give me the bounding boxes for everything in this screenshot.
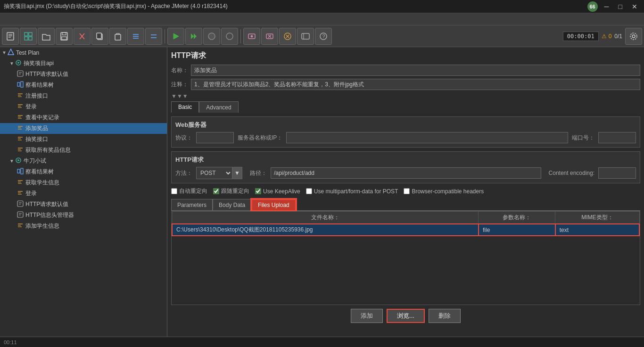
sidebar-item-http-header[interactable]: HTTP信息头管理器 bbox=[0, 210, 167, 221]
svg-rect-69 bbox=[21, 168, 23, 174]
tab-basic[interactable]: Basic bbox=[171, 101, 199, 113]
tab-advanced[interactable]: Advanced bbox=[199, 101, 238, 113]
sidebar-item-lottery-record[interactable]: 查看中奖记录 bbox=[0, 112, 167, 123]
port-input[interactable] bbox=[598, 132, 636, 143]
svg-marker-21 bbox=[173, 33, 179, 39]
sidebar-item-result-tree-1[interactable]: 察看结果树 bbox=[0, 80, 167, 91]
path-input[interactable] bbox=[271, 167, 541, 179]
tree-toggle: ▼ bbox=[2, 50, 7, 55]
follow-redirect-checkbox[interactable] bbox=[213, 188, 219, 194]
svg-rect-4 bbox=[25, 33, 28, 36]
note-input[interactable] bbox=[191, 79, 640, 90]
browser-headers-checkbox[interactable] bbox=[404, 188, 410, 194]
cell-paramname: file bbox=[479, 224, 555, 236]
maximize-button[interactable]: □ bbox=[616, 2, 625, 11]
templates-button[interactable] bbox=[20, 28, 37, 45]
cut-button[interactable] bbox=[74, 28, 91, 45]
auto-redirect-checkbox[interactable] bbox=[171, 188, 177, 194]
remote-stop-button[interactable] bbox=[261, 28, 278, 45]
svg-rect-10 bbox=[62, 37, 66, 40]
sidebar-item-test-plan[interactable]: ▼Test Plan bbox=[0, 47, 167, 58]
checkbox-auto-redirect[interactable]: 自动重定向 bbox=[171, 187, 207, 195]
tree-label: 添加学生信息 bbox=[25, 222, 59, 230]
tree-icon bbox=[17, 222, 24, 230]
tree-icon bbox=[17, 200, 24, 208]
new-button[interactable] bbox=[2, 28, 19, 45]
sidebar-item-add-student[interactable]: 添加学生信息 bbox=[0, 221, 167, 231]
checkbox-follow-redirect[interactable]: 跟随重定向 bbox=[213, 187, 249, 195]
tree-icon bbox=[17, 146, 24, 154]
sidebar-item-get-students[interactable]: 获取学生信息 bbox=[0, 177, 167, 188]
status-bar: 00:11 bbox=[0, 337, 644, 347]
web-server-section: Web服务器 协议： 服务器名称或IP： 端口号： bbox=[171, 116, 640, 148]
sidebar-item-get-prizes[interactable]: 获取所有奖品信息 bbox=[0, 145, 167, 156]
keepalive-checkbox[interactable] bbox=[255, 188, 261, 194]
svg-rect-47 bbox=[21, 82, 23, 87]
browse-button[interactable]: 浏览... bbox=[387, 309, 425, 323]
open-button[interactable] bbox=[38, 28, 55, 45]
copy-button[interactable] bbox=[91, 28, 108, 45]
tree-icon bbox=[15, 157, 22, 165]
method-arrow[interactable]: ▼ bbox=[232, 167, 242, 179]
function-helper-button[interactable] bbox=[297, 28, 314, 45]
close-button[interactable]: ✕ bbox=[629, 2, 640, 11]
checkbox-keepalive[interactable]: Use KeepAlive bbox=[255, 188, 300, 195]
tree-label: 添加奖品 bbox=[25, 124, 48, 132]
browser-headers-label: Browser-compatible headers bbox=[412, 188, 484, 195]
server-row: 协议： 服务器名称或IP： 端口号： bbox=[175, 132, 636, 143]
multipart-checkbox[interactable] bbox=[306, 188, 312, 194]
name-row: 名称： bbox=[171, 65, 640, 76]
tree-label: HTTP请求默认值 bbox=[25, 200, 68, 208]
svg-point-24 bbox=[208, 33, 215, 40]
sidebar-item-http-default[interactable]: HTTP请求默认值 bbox=[0, 69, 167, 80]
tree-icon bbox=[17, 92, 24, 100]
checkbox-multipart[interactable]: Use multipart/form-data for POST bbox=[306, 188, 398, 195]
minimize-button[interactable]: ─ bbox=[602, 2, 612, 11]
sidebar-item-lottery-interface[interactable]: 抽奖接口 bbox=[0, 134, 167, 145]
collapse-button[interactable] bbox=[145, 28, 162, 45]
shutdown-button[interactable] bbox=[221, 28, 238, 45]
settings-button[interactable] bbox=[625, 28, 642, 45]
delete-file-button[interactable]: 删除 bbox=[429, 309, 461, 323]
svg-marker-22 bbox=[191, 33, 194, 39]
toolbar-separator-1 bbox=[165, 29, 165, 43]
remote-start-button[interactable] bbox=[243, 28, 260, 45]
sidebar-item-lottery-api[interactable]: ▼抽奖项目api bbox=[0, 58, 167, 69]
help-button[interactable]: ? bbox=[315, 28, 332, 45]
run-all-button[interactable] bbox=[167, 28, 184, 45]
sidebar-item-register[interactable]: 注册接口 bbox=[0, 91, 167, 101]
col-mimetype: MIME类型： bbox=[555, 212, 639, 224]
add-file-button[interactable]: 添加 bbox=[351, 309, 383, 323]
sidebar-item-add-prize[interactable]: 添加奖品 bbox=[0, 123, 167, 134]
run-button[interactable] bbox=[185, 28, 202, 45]
protocol-input[interactable] bbox=[196, 132, 234, 143]
tree-icon bbox=[17, 168, 24, 176]
svg-rect-76 bbox=[17, 201, 23, 207]
name-input[interactable] bbox=[191, 65, 640, 76]
paste-button[interactable] bbox=[109, 28, 126, 45]
tree-icon bbox=[17, 114, 24, 122]
stop-button[interactable] bbox=[203, 28, 220, 45]
expand-button[interactable] bbox=[127, 28, 144, 45]
sidebar-item-login[interactable]: 登录 bbox=[0, 101, 167, 112]
tab-body-data[interactable]: Body Data bbox=[213, 199, 251, 210]
save-button[interactable] bbox=[56, 28, 73, 45]
tab-parameters[interactable]: Parameters bbox=[171, 199, 213, 210]
table-row[interactable]: C:\Users\34310\Desktop\QQ截图2018110523593… bbox=[172, 224, 639, 236]
checkbox-browser-headers[interactable]: Browser-compatible headers bbox=[404, 188, 484, 195]
hostname-input[interactable] bbox=[286, 132, 568, 143]
tab-files-upload[interactable]: Files Upload bbox=[251, 199, 296, 210]
clear-button[interactable] bbox=[279, 28, 296, 45]
sidebar-item-result-tree-2[interactable]: 察看结果树 bbox=[0, 166, 167, 177]
warning-icon: ⚠ bbox=[602, 33, 607, 40]
sidebar-item-practice[interactable]: ▼牛刀小试 bbox=[0, 156, 167, 166]
note-label: 注释： bbox=[171, 81, 188, 89]
sidebar-item-http-default-2[interactable]: HTTP请求默认值 bbox=[0, 199, 167, 210]
encoding-input[interactable] bbox=[598, 167, 636, 179]
main-layout: ▼Test Plan▼抽奖项目apiHTTP请求默认值察看结果树注册接口登录查看… bbox=[0, 47, 644, 337]
sidebar-item-login-2[interactable]: 登录 bbox=[0, 188, 167, 199]
tree-label: 登录 bbox=[25, 103, 37, 111]
method-select[interactable]: POST GET PUT DELETE bbox=[197, 167, 232, 179]
svg-point-39 bbox=[630, 33, 637, 40]
tree-icon bbox=[17, 135, 24, 143]
